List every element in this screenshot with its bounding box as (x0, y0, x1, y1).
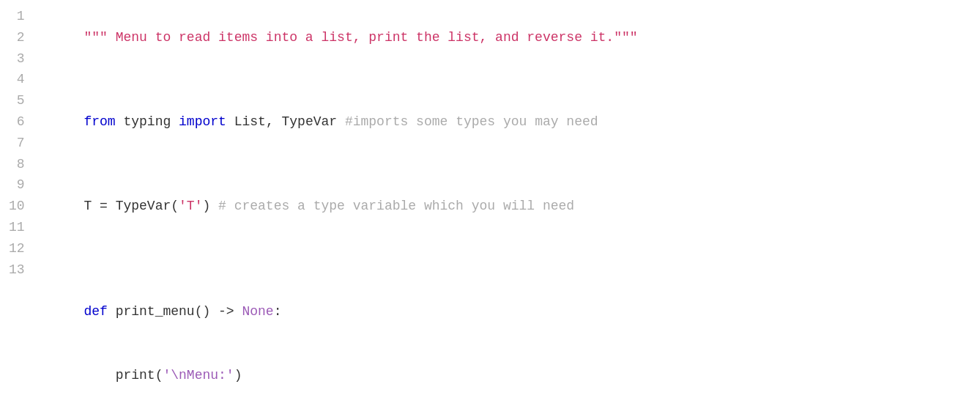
plain-3a: typing (116, 114, 179, 129)
code-line-3: from typing import List, TypeVar #import… (37, 90, 980, 153)
keyword-from: from (83, 114, 115, 129)
plain-9b: ) (234, 368, 242, 383)
line-num-3: 3 (9, 48, 25, 70)
line-num-11: 11 (9, 217, 25, 238)
line-num-12: 12 (9, 238, 25, 259)
line-num-8: 8 (9, 154, 25, 175)
line-num-5: 5 (9, 90, 25, 111)
code-line-1: """ Menu to read items into a list, prin… (37, 6, 980, 69)
code-line-5: T = TypeVar('T') # creates a type variab… (37, 174, 980, 237)
code-line-7 (37, 259, 980, 281)
plain-8a: print_menu() -> (108, 304, 242, 319)
plain-9a: print( (83, 368, 163, 383)
line-num-13: 13 (9, 259, 25, 281)
plain-8b: : (274, 304, 282, 319)
plain-5b: ) (202, 199, 218, 213)
line-num-7: 7 (9, 133, 25, 154)
line-num-2: 2 (9, 27, 25, 48)
plain-3b: List, TypeVar (226, 114, 345, 129)
keyword-def: def (83, 304, 107, 319)
code-content: """ Menu to read items into a list, prin… (37, 6, 980, 406)
comment-3: #imports some types you may need (345, 114, 598, 129)
line-num-9: 9 (9, 174, 25, 196)
keyword-import: import (179, 114, 226, 129)
line-num-4: 4 (9, 69, 25, 90)
line-num-1: 1 (9, 6, 25, 27)
docstring: """ Menu to read items into a list, prin… (83, 30, 637, 45)
line-number-gutter: 1 2 3 4 5 6 7 8 9 10 11 12 13 (0, 6, 37, 406)
none-keyword: None (242, 304, 273, 319)
comment-5: # creates a type variable which you will… (218, 199, 574, 213)
line-num-6: 6 (9, 111, 25, 133)
typevar-string: 'T' (179, 199, 202, 213)
code-line-4 (37, 154, 980, 175)
line-num-10: 10 (9, 196, 25, 217)
plain-5a: T = TypeVar( (83, 199, 179, 213)
code-editor: 1 2 3 4 5 6 7 8 9 10 11 12 13 """ Menu t… (0, 0, 980, 406)
code-line-8: def print_menu() -> None: (37, 280, 980, 343)
str-9: '\nMenu:' (163, 368, 234, 383)
code-line-6 (37, 238, 980, 259)
code-line-2 (37, 69, 980, 90)
code-line-9: print('\nMenu:') (37, 344, 980, 406)
